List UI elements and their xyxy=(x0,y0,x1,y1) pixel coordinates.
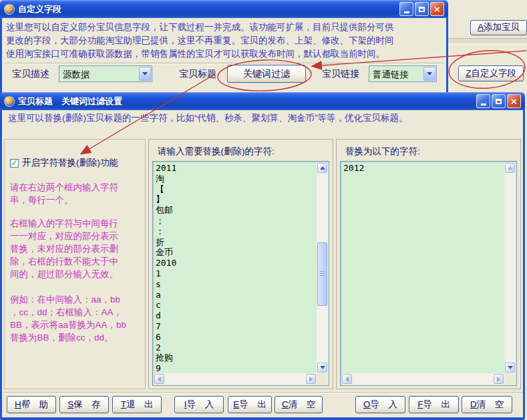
item-link-label: 宝贝链接 xyxy=(322,68,359,80)
custom-fields-button[interactable]: Z自定义字段 xyxy=(458,65,524,81)
window1-titlebar: 自定义字段 × xyxy=(0,0,448,18)
export-source-button[interactable]: E导 出 xyxy=(228,396,272,413)
enable-replace-label: 开启字符替换(删除)功能 xyxy=(22,157,118,169)
app-icon xyxy=(4,96,15,107)
horizontal-scrollbar[interactable] xyxy=(154,373,317,385)
item-description-select[interactable]: 源数据 xyxy=(59,65,152,82)
horizontal-scrollbar[interactable] xyxy=(341,373,504,385)
replace-target-label: 替换为以下的字符: xyxy=(345,146,420,158)
window1-title: 自定义字段 xyxy=(18,3,396,15)
scroll-down-icon[interactable] xyxy=(317,363,327,373)
keyword-filter-button[interactable]: 关键词过滤 xyxy=(227,65,306,83)
item-link-select[interactable]: 普通链接 xyxy=(369,65,437,82)
chevron-down-icon[interactable] xyxy=(139,67,151,81)
clear-target-button[interactable]: D清 空 xyxy=(462,396,512,413)
scroll-down-icon[interactable] xyxy=(505,363,515,373)
save-button[interactable]: S保 存 xyxy=(59,396,109,413)
instructions-panel: ✓ 开启字符替换(删除)功能 请在右边两个框内输入字符 串，每行一个。 右框输入… xyxy=(4,139,146,389)
vertical-scrollbar[interactable] xyxy=(317,162,328,373)
scroll-right-icon[interactable] xyxy=(494,374,504,384)
minimize-icon[interactable] xyxy=(476,94,490,108)
replace-source-panel: 请输入需要替换(删除)的字符: 2011 淘 【 】 包邮 ； ： 折 金币 2… xyxy=(148,139,333,389)
scroll-left-icon[interactable] xyxy=(154,374,164,384)
import-source-button[interactable]: I导 入 xyxy=(174,396,224,413)
app-icon xyxy=(4,4,15,15)
item-description-label: 宝贝描述 xyxy=(12,68,49,80)
item-title-label: 宝贝标题 xyxy=(179,68,216,80)
replace-target-textarea[interactable]: 2012 xyxy=(340,161,517,386)
window2-titlebar: 宝贝标题 关键词过滤设置 × xyxy=(0,92,525,110)
close-icon[interactable]: × xyxy=(507,94,521,108)
close-icon[interactable]: × xyxy=(430,2,444,16)
enable-replace-checkbox-row[interactable]: ✓ 开启字符替换(删除)功能 xyxy=(10,157,118,169)
help-button[interactable]: H帮 助 xyxy=(7,396,56,413)
scroll-up-icon[interactable] xyxy=(505,163,515,173)
scrollbar-thumb[interactable] xyxy=(317,242,327,306)
window2-description: 这里可以替换(删除)宝贝标题的一些字符，比如“代销、秒杀、聚划算、淘金币”等等，… xyxy=(8,112,519,124)
scrollbar-corner xyxy=(504,373,516,385)
chevron-down-icon[interactable] xyxy=(423,67,435,81)
scrollbar-corner xyxy=(317,373,328,385)
add-item-button[interactable]: A添加宝贝 xyxy=(470,20,527,35)
scroll-right-icon[interactable] xyxy=(306,374,316,384)
replace-target-panel: 替换为以下的字符: 2012 xyxy=(336,139,521,389)
scroll-up-icon[interactable] xyxy=(317,163,327,173)
clear-source-button[interactable]: C清 空 xyxy=(275,396,323,413)
keyword-filter-settings-window: 宝贝标题 关键词过滤设置 × 这里可以替换(删除)宝贝标题的一些字符，比如“代销… xyxy=(0,92,525,420)
vertical-scrollbar[interactable] xyxy=(504,162,516,373)
divider xyxy=(3,392,522,393)
maximize-icon[interactable] xyxy=(492,94,506,108)
background-divider xyxy=(444,38,527,44)
exit-button[interactable]: T退 出 xyxy=(112,396,162,413)
checkbox-checked-icon[interactable]: ✓ xyxy=(10,159,19,168)
export-target-button[interactable]: F导 出 xyxy=(409,396,459,413)
instruction-paragraph: 右框输入的字符与中间每行 一一对应，对应的部分表示 替换，未对应的部分表示删 除… xyxy=(10,217,118,280)
instruction-paragraph: 请在右边两个框内输入字符 串，每行一个。 xyxy=(10,181,118,206)
minimize-icon[interactable] xyxy=(399,2,413,16)
import-target-button[interactable]: O导 入 xyxy=(355,396,405,413)
maximize-icon[interactable] xyxy=(415,2,429,16)
replace-source-textarea[interactable]: 2011 淘 【 】 包邮 ； ： 折 金币 2010 1 s a c d 7 … xyxy=(152,161,329,386)
scroll-left-icon[interactable] xyxy=(342,374,352,384)
instruction-paragraph: 例如：在中间输入：aa，bb ，cc，dd；右框输入：AA， BB，表示将aa替… xyxy=(10,293,126,344)
divider xyxy=(5,63,444,64)
window1-description: 这里您可以自定义部分宝贝信息字段，让下载过程一并完成。该功能可扩展，目前只提供部… xyxy=(6,21,439,61)
window2-title: 宝贝标题 关键词过滤设置 xyxy=(18,95,473,108)
replace-source-label: 请输入需要替换(删除)的字符: xyxy=(158,146,275,158)
